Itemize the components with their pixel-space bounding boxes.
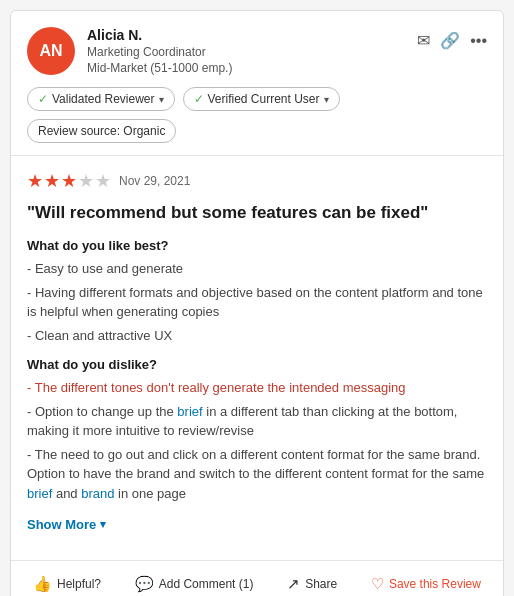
badges-row: ✓ Validated Reviewer ▾ ✓ Verified Curren… [11, 87, 503, 155]
user-role: Marketing Coordinator [87, 45, 232, 59]
user-name: Alicia N. [87, 27, 232, 43]
likes-section: What do you like best? - Easy to use and… [27, 238, 487, 345]
badge-label: Validated Reviewer [52, 92, 155, 106]
chevron-down-icon: ▾ [324, 94, 329, 105]
add-comment-button[interactable]: 💬 Add Comment (1) [129, 571, 260, 596]
card-header: AN Alicia N. Marketing Coordinator Mid-M… [11, 11, 503, 87]
review-date: Nov 29, 2021 [119, 174, 190, 188]
review-card: AN Alicia N. Marketing Coordinator Mid-M… [10, 10, 504, 596]
badge-verified-user[interactable]: ✓ Verified Current User ▾ [183, 87, 340, 111]
comment-label: Add Comment (1) [159, 577, 254, 591]
helpful-label: Helpful? [57, 577, 101, 591]
avatar: AN [27, 27, 75, 75]
badge-validated-reviewer[interactable]: ✓ Validated Reviewer ▾ [27, 87, 175, 111]
like-item-1: - Easy to use and generate [27, 259, 487, 279]
user-section: AN Alicia N. Marketing Coordinator Mid-M… [27, 27, 232, 75]
review-title: "Will recommend but some features can be… [27, 202, 487, 224]
badge-label: Verified Current User [208, 92, 320, 106]
star-2: ★ [44, 170, 60, 192]
likes-heading: What do you like best? [27, 238, 487, 253]
check-icon: ✓ [194, 92, 204, 106]
dislikes-section: What do you dislike? - The different ton… [27, 357, 487, 503]
heart-icon: ♡ [371, 575, 384, 593]
user-company: Mid-Market (51-1000 emp.) [87, 61, 232, 75]
star-3: ★ [61, 170, 77, 192]
more-icon[interactable]: ••• [470, 32, 487, 50]
star-4: ★ [78, 170, 94, 192]
rating-row: ★ ★ ★ ★ ★ Nov 29, 2021 [27, 170, 487, 192]
star-1: ★ [27, 170, 43, 192]
like-item-3: - Clean and attractive UX [27, 326, 487, 346]
brief-link[interactable]: brief [177, 404, 202, 419]
show-more-label: Show More [27, 517, 96, 532]
badge-review-source[interactable]: Review source: Organic [27, 119, 176, 143]
share-button[interactable]: ↗ Share [281, 571, 343, 596]
card-footer: 👍 Helpful? 💬 Add Comment (1) ↗ Share ♡ S… [11, 560, 503, 596]
check-icon: ✓ [38, 92, 48, 106]
star-rating: ★ ★ ★ ★ ★ [27, 170, 111, 192]
comment-icon: 💬 [135, 575, 154, 593]
thumbs-up-icon: 👍 [33, 575, 52, 593]
save-label: Save this Review [389, 577, 481, 591]
dislike-item-1: - The different tones don't really gener… [27, 378, 487, 398]
action-icons: ✉ 🔗 ••• [417, 31, 487, 50]
star-5: ★ [95, 170, 111, 192]
dislikes-heading: What do you dislike? [27, 357, 487, 372]
like-item-2: - Having different formats and objective… [27, 283, 487, 322]
show-more-row: Show More ▾ [27, 515, 487, 546]
save-review-button[interactable]: ♡ Save this Review [365, 571, 487, 596]
share-label: Share [305, 577, 337, 591]
dislike-item-2: - Option to change up the brief in a dif… [27, 402, 487, 441]
share-icon: ↗ [287, 575, 300, 593]
dislike-item-3: - The need to go out and click on a diff… [27, 445, 487, 504]
helpful-button[interactable]: 👍 Helpful? [27, 571, 107, 596]
badge-label: Review source: Organic [38, 124, 165, 138]
review-body: ★ ★ ★ ★ ★ Nov 29, 2021 "Will recommend b… [11, 156, 503, 560]
chevron-down-icon: ▾ [100, 518, 106, 531]
show-more-button[interactable]: Show More ▾ [27, 517, 106, 532]
link-icon[interactable]: 🔗 [440, 31, 460, 50]
email-icon[interactable]: ✉ [417, 31, 430, 50]
brief-link-2[interactable]: brief [27, 486, 52, 501]
brand-link[interactable]: brand [81, 486, 114, 501]
user-info: Alicia N. Marketing Coordinator Mid-Mark… [87, 27, 232, 75]
chevron-down-icon: ▾ [159, 94, 164, 105]
